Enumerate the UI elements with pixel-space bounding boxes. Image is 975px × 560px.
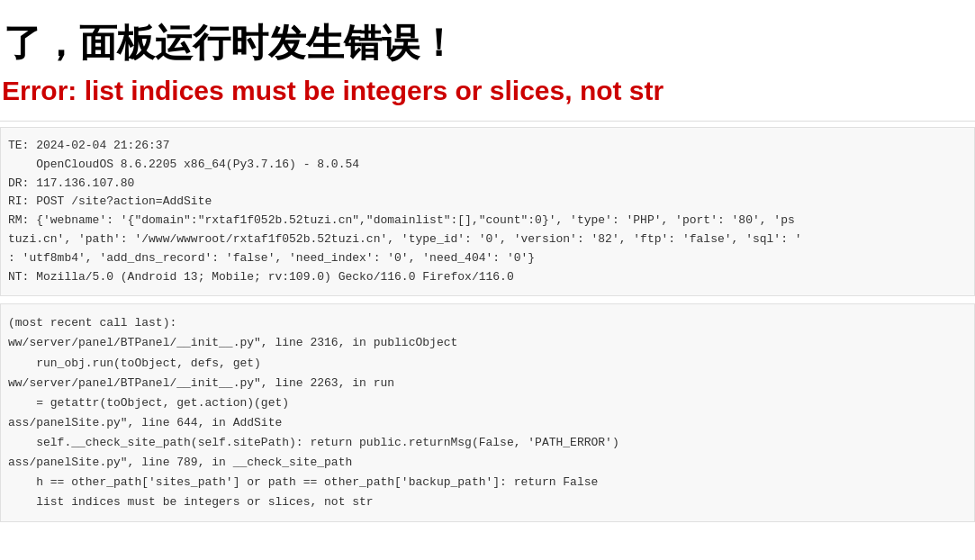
traceback-block: (most recent call last): ww/server/panel… — [0, 303, 975, 522]
request-info-block: TE: 2024-02-04 21:26:37 OpenCloudOS 8.6.… — [0, 127, 975, 296]
title-section: 了，面板运行时发生错误！ Error: list indices must be… — [0, 9, 975, 122]
error-title: Error: list indices must be integers or … — [0, 68, 975, 113]
page-main-title: 了，面板运行时发生错误！ — [0, 18, 975, 68]
page-container: 了，面板运行时发生错误！ Error: list indices must be… — [0, 0, 975, 531]
